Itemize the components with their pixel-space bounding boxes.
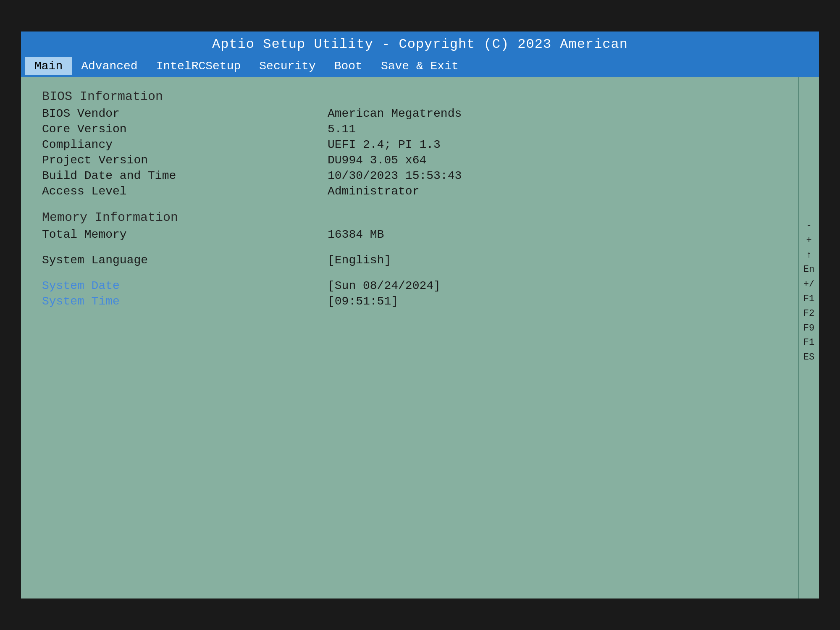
sidebar-key-f1: F1: [803, 293, 814, 306]
sidebar-key-minus: -: [806, 220, 811, 233]
nav-bar: MainAdvancedIntelRCSetupSecurityBootSave…: [21, 57, 819, 77]
nav-tab-security[interactable]: Security: [250, 57, 325, 75]
memory-row: Total Memory16384 MB: [42, 228, 777, 241]
memory-info-rows: Total Memory16384 MB: [42, 228, 777, 241]
bios-row-value: American Megatrends: [328, 107, 462, 120]
bios-info-header: BIOS Information: [42, 89, 777, 104]
nav-tab-advanced[interactable]: Advanced: [72, 57, 147, 75]
bios-row-label: BIOS Vendor: [42, 107, 328, 120]
sidebar-key-f2: F2: [803, 307, 814, 320]
system-time-label[interactable]: System Time: [42, 295, 328, 308]
sidebar-key-plus: +: [806, 234, 811, 247]
nav-tab-intelrcsetup[interactable]: IntelRCSetup: [147, 57, 250, 75]
sidebar-key-f9: F9: [803, 322, 814, 335]
bios-row-label: Compliancy: [42, 138, 328, 151]
bios-row: Core Version5.11: [42, 123, 777, 136]
bios-row: CompliancyUEFI 2.4; PI 1.3: [42, 138, 777, 151]
content-area: BIOS Information BIOS VendorAmerican Meg…: [21, 77, 798, 598]
bios-row: Access LevelAdministrator: [42, 185, 777, 198]
nav-tab-boot[interactable]: Boot: [325, 57, 372, 75]
system-language-label: System Language: [42, 254, 328, 267]
bios-info-rows: BIOS VendorAmerican MegatrendsCore Versi…: [42, 107, 777, 198]
bios-row: Build Date and Time10/30/2023 15:53:43: [42, 169, 777, 182]
sidebar-key-f1b: F1: [803, 336, 814, 349]
right-sidebar: - + ↑ En +/ F1 F2 F9 F1 ES: [798, 77, 819, 598]
bios-row-value: 5.11: [328, 123, 356, 136]
system-date-row[interactable]: System Date [Sun 08/24/2024]: [42, 279, 777, 292]
bios-row-label: Build Date and Time: [42, 169, 328, 182]
memory-row-value: 16384 MB: [328, 228, 384, 241]
sidebar-key-es: ES: [803, 351, 814, 364]
nav-tab-save-and-exit[interactable]: Save & Exit: [372, 57, 468, 75]
bios-row-value: Administrator: [328, 185, 419, 198]
system-language-value: [English]: [328, 254, 391, 267]
bios-row: BIOS VendorAmerican Megatrends: [42, 107, 777, 120]
bios-row-value: 10/30/2023 15:53:43: [328, 169, 462, 182]
bios-row-label: Core Version: [42, 123, 328, 136]
bios-row-label: Access Level: [42, 185, 328, 198]
bios-row-value: UEFI 2.4; PI 1.3: [328, 138, 441, 151]
main-content: BIOS Information BIOS VendorAmerican Meg…: [21, 77, 819, 598]
bios-container: Aptio Setup Utility - Copyright (C) 2023…: [21, 32, 819, 598]
bios-row-label: Project Version: [42, 154, 328, 167]
system-time-row[interactable]: System Time [09:51:51]: [42, 295, 777, 308]
memory-row-label: Total Memory: [42, 228, 328, 241]
bios-row: Project VersionDU994 3.05 x64: [42, 154, 777, 167]
sidebar-key-plusslash: +/: [803, 278, 814, 291]
title-text: Aptio Setup Utility - Copyright (C) 2023…: [212, 37, 628, 52]
nav-tab-main[interactable]: Main: [25, 57, 72, 75]
system-date-value[interactable]: [Sun 08/24/2024]: [328, 279, 441, 292]
bios-row-value: DU994 3.05 x64: [328, 154, 426, 167]
system-language-row: System Language [English]: [42, 254, 777, 267]
memory-info-header: Memory Information: [42, 210, 777, 225]
system-time-value[interactable]: [09:51:51]: [328, 295, 398, 308]
title-bar: Aptio Setup Utility - Copyright (C) 2023…: [21, 32, 819, 57]
sidebar-key-up: ↑: [806, 249, 811, 262]
sidebar-key-en: En: [803, 263, 814, 276]
system-date-label[interactable]: System Date: [42, 279, 328, 292]
